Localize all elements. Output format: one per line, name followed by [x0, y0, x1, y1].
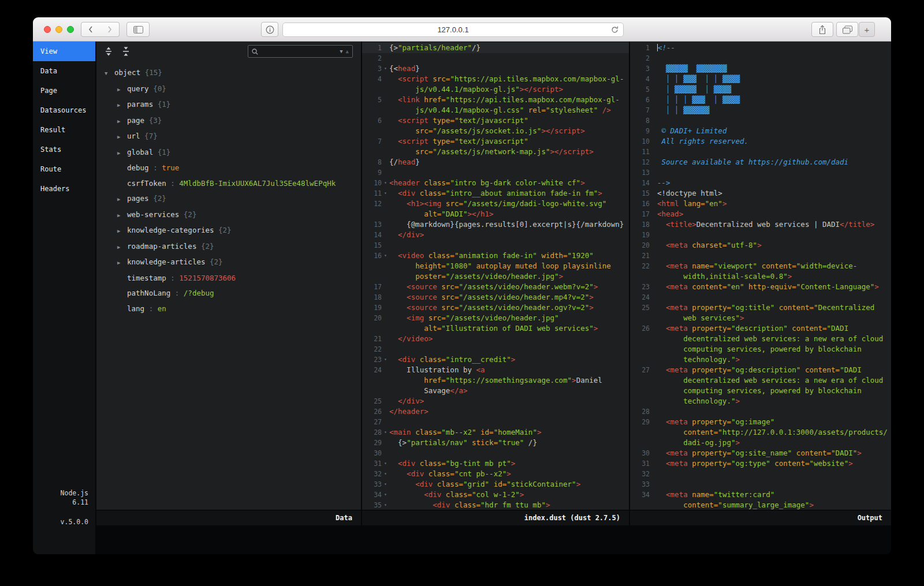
tree-row-web-services[interactable]: ▶web-services {2} — [96, 207, 361, 223]
search-input[interactable] — [261, 47, 337, 55]
token: lang= — [679, 199, 705, 208]
token: <source — [407, 293, 437, 301]
expand-node-icon[interactable]: ▶ — [117, 98, 127, 113]
screen: { "browser": { "url": "127.0.0.1" }, "co… — [0, 0, 924, 586]
new-tab-button[interactable]: + — [859, 22, 875, 37]
sidebar-item-datasources[interactable]: Datasources — [33, 100, 95, 120]
code-line: 23▾ <div class="intro__credit"> — [362, 354, 629, 365]
zoom-window-button[interactable] — [67, 26, 74, 33]
refresh-button[interactable] — [611, 26, 619, 35]
fold-toggle-icon[interactable]: ▾ — [382, 188, 389, 199]
sidebar-item-stats[interactable]: Stats — [33, 140, 95, 159]
expand-node-icon[interactable]: ▶ — [117, 192, 127, 207]
fold-toggle-icon[interactable]: ▾ — [382, 458, 389, 469]
back-button[interactable] — [81, 22, 100, 37]
token: src= — [437, 293, 459, 301]
line-number: 13 — [362, 219, 382, 230]
fold-toggle-icon[interactable]: ▾ — [382, 479, 389, 490]
close-window-button[interactable] — [44, 26, 51, 33]
code-text — [657, 469, 891, 479]
output-panel-status: Output — [630, 510, 891, 525]
token: > — [589, 303, 594, 312]
token: ></script> — [541, 126, 584, 135]
fold-toggle-icon[interactable]: ▾ — [382, 64, 389, 74]
token: "/assets/video/header.ogv?v=2" — [459, 303, 589, 312]
forward-button[interactable] — [100, 22, 120, 37]
tree-row-query[interactable]: ▶query {0} — [96, 81, 361, 98]
code-text — [389, 417, 629, 427]
expand-node-icon[interactable]: ▶ — [117, 129, 127, 145]
token: > — [511, 459, 516, 468]
tree-separator: : — [170, 289, 184, 297]
tree-key: params — [127, 100, 153, 109]
sidebar-item-page[interactable]: Page — [33, 81, 95, 100]
fold-toggle-icon[interactable]: ▾ — [382, 251, 389, 261]
page-info-button[interactable] — [261, 22, 278, 37]
expand-node-icon[interactable]: ▶ — [117, 114, 127, 129]
token: property= — [688, 417, 731, 426]
share-button[interactable] — [811, 22, 833, 37]
token: "/assets/video/header.jpg" — [446, 313, 559, 322]
tree-key: lang — [127, 304, 144, 313]
token: width= — [537, 251, 568, 260]
collapse-all-button[interactable] — [120, 46, 132, 57]
expand-node-icon[interactable]: ▶ — [117, 223, 127, 239]
token: /} — [472, 43, 480, 52]
code-text — [657, 147, 891, 157]
token: │ │ ▓▓▓ │ │ ▓▓▓▓ — [657, 74, 740, 83]
address-bar[interactable]: 127.0.0.1 — [282, 23, 624, 37]
tree-row-knowledge-categories[interactable]: ▶knowledge-categories {2} — [96, 223, 361, 239]
expand-all-button[interactable] — [102, 46, 115, 57]
tree-row-pages[interactable]: ▶pages {2} — [96, 191, 361, 207]
code-text: <header class="intro bg-dark color-white… — [389, 178, 629, 188]
tree-row-url[interactable]: ▶url {7} — [96, 129, 361, 145]
tree-row-params[interactable]: ▶params {1} — [96, 97, 361, 113]
sidebar-item-result[interactable]: Result — [33, 120, 95, 140]
sidebar-item-data[interactable]: Data — [33, 61, 95, 81]
line-number: 11 — [362, 188, 382, 199]
token: "og:image" — [731, 417, 774, 426]
search-next-icon[interactable]: ▼ — [340, 48, 342, 54]
token: ></script> — [520, 85, 563, 94]
output-code: 1<!--2 3 ▓▓▓▓▓ ▓▓▓▓▓▓▓4 │ │ ▓▓▓ │ │ ▓▓▓▓… — [630, 42, 891, 510]
token: <img — [407, 313, 424, 322]
expand-node-icon[interactable]: ▶ — [117, 82, 127, 98]
token: class= — [420, 178, 450, 187]
token: property= — [688, 459, 731, 468]
code-line: 8{/head} — [362, 157, 629, 167]
minimize-window-button[interactable] — [55, 26, 62, 33]
expand-node-icon[interactable]: ▶ — [117, 208, 127, 223]
expand-node-icon[interactable]: ▶ — [117, 240, 127, 255]
tree-row-object[interactable]: ▼object {15} — [96, 65, 361, 81]
tree-row-global[interactable]: ▶global {1} — [96, 145, 361, 161]
token: "og:title" — [731, 303, 774, 312]
tab-overview-button[interactable] — [836, 22, 858, 37]
sidebar-toggle-button[interactable] — [126, 22, 150, 37]
code-text: <meta property="og:site_name" content="D… — [657, 448, 891, 458]
refresh-icon — [611, 26, 619, 33]
fold-toggle-icon[interactable]: ▾ — [382, 469, 389, 479]
fold-toggle-icon[interactable]: ▾ — [382, 427, 389, 438]
line-number: 17 — [630, 209, 650, 219]
code-text: <link href="https://api.tiles.mapbox.com… — [389, 95, 629, 115]
code-text: {>"partials/nav" stick="true" /} — [389, 438, 629, 448]
tree-row-page[interactable]: ▶page {3} — [96, 113, 361, 129]
code-text — [657, 479, 891, 490]
fold-toggle-icon[interactable]: ▾ — [382, 178, 389, 188]
token: } — [415, 158, 420, 166]
sidebar-item-view[interactable]: View — [33, 42, 95, 61]
code-line: 13 — [630, 167, 891, 178]
sidebar-item-route[interactable]: Route — [33, 159, 95, 179]
sidebar-item-headers[interactable]: Headers — [33, 179, 95, 199]
search-prev-icon[interactable]: ▲ — [346, 48, 349, 54]
share-icon — [818, 25, 826, 35]
tree-row-knowledge-articles[interactable]: ▶knowledge-articles {2} — [96, 255, 361, 271]
expand-node-icon[interactable]: ▶ — [117, 255, 127, 271]
collapse-node-icon[interactable]: ▼ — [105, 66, 114, 81]
tree-row-roadmap-articles[interactable]: ▶roadmap-articles {2} — [96, 239, 361, 255]
expand-node-icon[interactable]: ▶ — [117, 145, 127, 161]
fold-toggle-icon[interactable]: ▾ — [382, 354, 389, 365]
fold-toggle-icon[interactable]: ▾ — [382, 490, 389, 500]
fold-toggle-icon[interactable]: ▾ — [382, 500, 389, 510]
token: "Content-Language" — [796, 282, 874, 291]
